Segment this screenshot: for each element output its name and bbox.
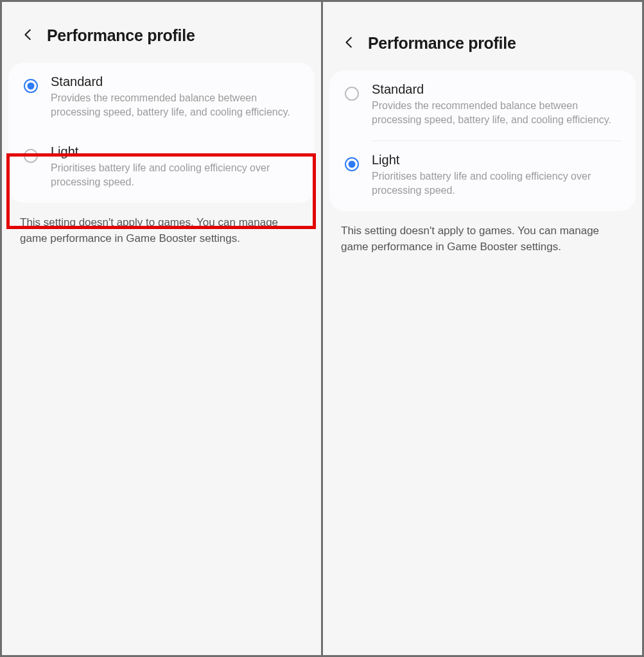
- page-title: Performance profile: [47, 26, 195, 45]
- settings-screen-left: Performance profile Standard Provides th…: [2, 2, 321, 655]
- option-title-light: Light: [51, 144, 300, 159]
- option-content: Light Prioritises battery life and cooli…: [51, 144, 300, 190]
- option-content: Standard Provides the recommended balanc…: [372, 82, 622, 128]
- options-card: Standard Provides the recommended balanc…: [8, 63, 315, 203]
- option-title-light: Light: [372, 153, 622, 167]
- page-title: Performance profile: [368, 34, 516, 53]
- option-content: Standard Provides the recommended balanc…: [51, 74, 300, 120]
- option-desc-standard: Provides the recommended balance between…: [51, 91, 300, 120]
- option-light[interactable]: Light Prioritises battery life and cooli…: [8, 133, 315, 203]
- footnote: This setting doesn't apply to games. You…: [323, 211, 642, 267]
- option-title-standard: Standard: [372, 82, 622, 97]
- radio-light[interactable]: [24, 149, 38, 163]
- radio-standard[interactable]: [24, 79, 38, 93]
- options-card: Standard Provides the recommended balanc…: [329, 71, 636, 211]
- back-icon[interactable]: [342, 35, 356, 52]
- footnote: This setting doesn't apply to games. You…: [2, 203, 321, 259]
- header: Performance profile: [2, 2, 321, 63]
- option-desc-light: Prioritises battery life and cooling eff…: [51, 161, 300, 190]
- settings-screen-right: Performance profile Standard Provides th…: [323, 2, 642, 655]
- header: Performance profile: [323, 2, 642, 71]
- option-desc-standard: Provides the recommended balance between…: [372, 99, 622, 128]
- option-content: Light Prioritises battery life and cooli…: [372, 153, 622, 198]
- option-title-standard: Standard: [51, 74, 300, 89]
- option-desc-light: Prioritises battery life and cooling eff…: [372, 169, 622, 198]
- option-standard[interactable]: Standard Provides the recommended balanc…: [329, 71, 636, 141]
- option-light[interactable]: Light Prioritises battery life and cooli…: [329, 141, 636, 211]
- radio-light[interactable]: [345, 157, 359, 171]
- radio-standard[interactable]: [345, 87, 359, 101]
- option-standard[interactable]: Standard Provides the recommended balanc…: [8, 63, 315, 133]
- back-icon[interactable]: [21, 28, 35, 44]
